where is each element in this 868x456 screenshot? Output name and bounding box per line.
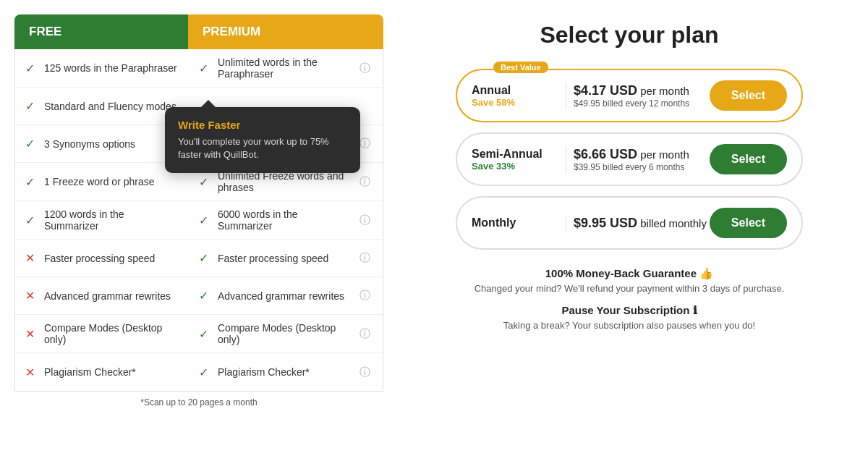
price-main: $6.66 USD per month (574, 147, 710, 162)
free-feature-text: Advanced grammar rewrites (44, 290, 171, 302)
select-button[interactable]: Select (710, 80, 787, 111)
feature-row: ✕Faster processing speed✓Faster processi… (15, 240, 383, 277)
info-icon[interactable]: ⓘ (359, 214, 373, 227)
free-cell: ✓1 Freeze word or phrase (15, 168, 189, 196)
free-cell: ✓125 words in the Paraphraser (15, 54, 189, 83)
cross-icon: ✕ (25, 251, 38, 265)
free-cell: ✓1200 words in the Summarizer (15, 201, 189, 239)
premium-cell: ✓Plagiarism Checker*ⓘ (189, 358, 383, 387)
free-feature-text: Standard and Fluency modes (44, 101, 176, 112)
feature-rows: ✓125 words in the Paraphraser✓Unlimited … (14, 49, 383, 392)
tooltip-text: You'll complete your work up to 75% fast… (178, 135, 347, 161)
plan-save: Save 58% (472, 97, 566, 108)
feature-row: ✕Compare Modes (Desktop only)✓Compare Mo… (15, 315, 383, 353)
price-main: $4.17 USD per month (574, 83, 710, 98)
premium-cell: ✓Compare Modes (Desktop only)ⓘ (189, 315, 383, 352)
check-icon: ✓ (199, 289, 212, 303)
check-icon: ✓ (199, 327, 212, 341)
check-icon: ✓ (25, 62, 38, 75)
check-icon: ✓ (199, 175, 212, 189)
left-panel: FREE PREMIUM ✓125 words in the Paraphras… (0, 0, 391, 428)
feature-row: ✓1200 words in the Summarizer✓6000 words… (15, 201, 383, 240)
info-icon[interactable]: ⓘ (359, 137, 373, 151)
pause-text: Taking a break? Your subscription also p… (475, 320, 785, 331)
guarantee-section: 100% Money-Back Guarantee 👍 Changed your… (475, 267, 785, 331)
premium-feature-text: Faster processing speed (218, 253, 328, 264)
free-cell: ✕Faster processing speed (15, 244, 189, 272)
price-main: $9.95 USD billed monthly (574, 216, 710, 231)
page-title: Select your plan (540, 22, 718, 48)
check-icon: ✓ (25, 137, 38, 151)
info-icon[interactable]: ⓘ (359, 62, 373, 75)
premium-cell: ✓6000 words in the Summarizerⓘ (189, 201, 383, 239)
plan-name: Monthly (472, 216, 566, 229)
check-icon: ✓ (25, 99, 38, 113)
feature-row: ✕Plagiarism Checker*✓Plagiarism Checker*… (15, 353, 383, 391)
plan-price-col: $4.17 USD per month$49.95 billed every 1… (566, 83, 710, 109)
premium-feature-text: 6000 words in the Summarizer (218, 208, 354, 232)
guarantee-title: 100% Money-Back Guarantee 👍 (475, 267, 785, 280)
plan-name: Annual (472, 84, 566, 97)
plan-name-col: Semi-AnnualSave 33% (472, 148, 566, 172)
premium-feature-text: Advanced grammar rewrites (218, 290, 344, 302)
premium-feature-text: Compare Modes (Desktop only) (218, 322, 354, 345)
check-icon: ✓ (25, 175, 38, 189)
price-sub: $49.95 billed every 12 months (574, 98, 710, 109)
plan-options: Best ValueAnnualSave 58%$4.17 USD per mo… (456, 69, 803, 250)
plan-name-col: Monthly (472, 216, 566, 229)
best-value-badge: Best Value (493, 62, 548, 73)
info-icon[interactable]: ⓘ (359, 175, 373, 189)
cross-icon: ✕ (25, 289, 38, 303)
premium-feature-text: Plagiarism Checker* (218, 366, 310, 378)
footnote: *Scan up to 20 pages a month (14, 392, 383, 413)
right-panel: Select your plan Best ValueAnnualSave 58… (391, 0, 868, 352)
cross-icon: ✕ (25, 327, 38, 341)
pause-title: Pause Your Subscription ℹ (475, 304, 785, 317)
feature-row: ✓125 words in the Paraphraser✓Unlimited … (15, 49, 383, 88)
check-icon: ✓ (25, 214, 38, 227)
check-icon: ✓ (199, 366, 212, 379)
plan-save: Save 33% (472, 161, 566, 172)
plan-price-col: $9.95 USD billed monthly (566, 216, 710, 231)
feature-row: ✕Advanced grammar rewrites✓Advanced gram… (15, 277, 383, 315)
check-icon: ✓ (199, 251, 212, 265)
free-feature-text: 125 words in the Paraphraser (44, 62, 177, 74)
free-header: FREE (14, 14, 188, 49)
plan-name: Semi-Annual (472, 148, 566, 161)
free-feature-text: 3 Synonyms options (44, 138, 135, 150)
select-button[interactable]: Select (710, 144, 787, 174)
premium-feature-text: Unlimited words in the Paraphraser (218, 56, 354, 80)
premium-header: PREMIUM (188, 14, 383, 49)
info-icon[interactable]: ⓘ (359, 251, 373, 265)
info-icon[interactable]: ⓘ (359, 366, 373, 379)
plan-name-col: AnnualSave 58% (472, 84, 566, 108)
check-icon: ✓ (199, 214, 212, 227)
free-cell: ✕Advanced grammar rewrites (15, 282, 189, 310)
plan-card: Monthly$9.95 USD billed monthlySelect (456, 196, 803, 250)
free-feature-text: Compare Modes (Desktop only) (44, 322, 179, 345)
free-feature-text: Plagiarism Checker* (44, 366, 136, 378)
free-feature-text: Faster processing speed (44, 253, 155, 264)
guarantee-text: Changed your mind? We'll refund your pay… (475, 283, 785, 294)
info-icon[interactable]: ⓘ (359, 327, 373, 341)
free-feature-text: 1200 words in the Summarizer (44, 208, 179, 232)
plan-card: Best ValueAnnualSave 58%$4.17 USD per mo… (456, 69, 803, 122)
free-cell: ✕Compare Modes (Desktop only) (15, 315, 189, 352)
plan-headers: FREE PREMIUM (14, 14, 383, 49)
free-feature-text: 1 Freeze word or phrase (44, 176, 155, 187)
price-sub: $39.95 billed every 6 months (574, 162, 710, 172)
plan-card: Semi-AnnualSave 33%$6.66 USD per month$3… (456, 132, 803, 186)
select-button[interactable]: Select (710, 208, 787, 238)
tooltip-popup: Write Faster You'll complete your work u… (165, 107, 360, 173)
premium-cell: ✓Unlimited words in the Paraphraserⓘ (189, 49, 383, 87)
free-cell: ✓Standard and Fluency modes (15, 92, 189, 120)
premium-feature-text: Unlimited Freeze words and phrases (218, 170, 354, 193)
check-icon: ✓ (199, 62, 212, 75)
tooltip-title: Write Faster (178, 119, 347, 131)
free-cell: ✓3 Synonyms options (15, 130, 189, 158)
plan-price-col: $6.66 USD per month$39.95 billed every 6… (566, 147, 710, 172)
info-icon[interactable]: ⓘ (359, 289, 373, 303)
premium-cell: ✓Advanced grammar rewritesⓘ (189, 282, 383, 310)
cross-icon: ✕ (25, 366, 38, 379)
premium-cell: ✓Faster processing speedⓘ (189, 244, 383, 272)
